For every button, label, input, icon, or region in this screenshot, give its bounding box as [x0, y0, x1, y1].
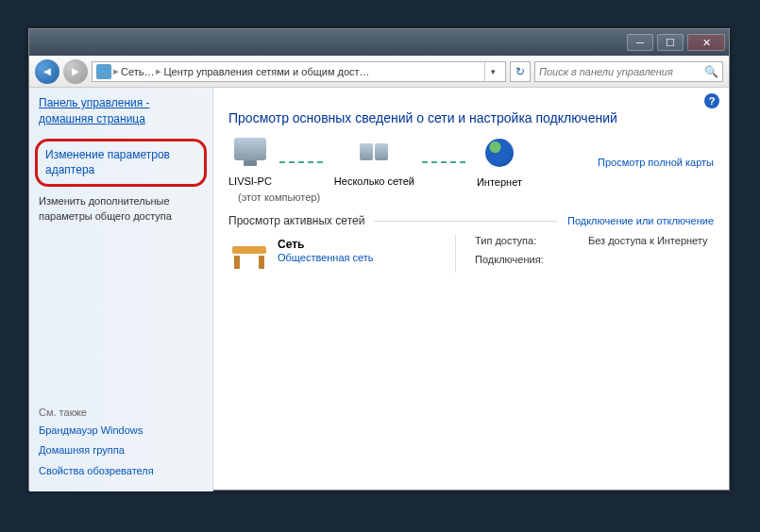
access-type-value: Без доступа к Интернету	[588, 235, 708, 246]
highlight-box: Изменение параметров адаптера	[35, 139, 207, 188]
internet-options-link[interactable]: Свойства обозревателя	[39, 464, 203, 478]
control-panel-home-link[interactable]: Панель управления - домашняя страница	[39, 95, 203, 127]
network-properties: Тип доступа: Без доступа к Интернету Под…	[455, 235, 708, 273]
network-item[interactable]: Сеть Общественная сеть	[228, 235, 446, 273]
maximize-button[interactable]: ☐	[657, 34, 684, 51]
advanced-sharing-link[interactable]: Изменить дополнительные параметры общего…	[39, 194, 203, 224]
globe-icon	[485, 139, 514, 167]
node-label: Интернет	[477, 176, 522, 188]
breadcrumb-part[interactable]: Сеть…	[121, 66, 154, 77]
refresh-button[interactable]: ↻	[510, 61, 531, 82]
help-icon[interactable]: ?	[704, 93, 719, 108]
search-icon[interactable]: 🔍	[704, 65, 718, 78]
this-computer-caption: (этот компьютер)	[238, 191, 714, 203]
back-button[interactable]: ◄	[35, 59, 59, 84]
see-also-header: См. также	[39, 407, 203, 418]
close-button[interactable]: ✕	[687, 34, 725, 51]
network-map: LIVSI-PC Несколько сетей Интернет Просмо…	[228, 137, 714, 188]
breadcrumb[interactable]: ▸ Сеть… ▸ Центр управления сетями и общи…	[92, 61, 506, 82]
body: Панель управления - домашняя страница Из…	[29, 88, 729, 491]
node-this-pc[interactable]: LIVSI-PC	[228, 138, 272, 187]
homegroup-link[interactable]: Домашняя группа	[39, 443, 203, 457]
breadcrumb-sep: ▸	[113, 65, 119, 77]
multiple-networks-icon	[354, 138, 394, 160]
change-adapter-settings-link[interactable]: Изменение параметров адаптера	[45, 147, 196, 179]
breadcrumb-dropdown[interactable]: ▾	[484, 62, 501, 81]
access-type-label: Тип доступа:	[475, 235, 560, 246]
bench-icon	[228, 241, 270, 269]
control-panel-icon	[96, 64, 111, 79]
connect-disconnect-link[interactable]: Подключение или отключение	[567, 215, 714, 226]
section-title: Просмотр активных сетей	[228, 214, 364, 227]
sidebar: Панель управления - домашняя страница Из…	[29, 88, 213, 491]
node-internet[interactable]: Интернет	[477, 137, 522, 188]
node-label: LIVSI-PC	[228, 175, 272, 187]
connector-icon	[279, 161, 327, 163]
pc-icon	[234, 138, 266, 160]
network-row: Сеть Общественная сеть Тип доступа: Без …	[228, 235, 714, 273]
firewall-link[interactable]: Брандмауэр Windows	[39, 424, 203, 438]
page-title: Просмотр основных сведений о сети и наст…	[228, 110, 714, 125]
window: ─ ☐ ✕ ◄ ► ▸ Сеть… ▸ Центр управления сет…	[28, 28, 730, 490]
node-label: Несколько сетей	[334, 175, 414, 187]
divider	[374, 221, 558, 222]
search-input[interactable]	[539, 66, 704, 77]
breadcrumb-sep: ▸	[156, 65, 161, 77]
forward-button[interactable]: ►	[63, 59, 88, 84]
content: ? Просмотр основных сведений о сети и на…	[213, 88, 729, 491]
node-multiple-networks[interactable]: Несколько сетей	[334, 138, 414, 187]
breadcrumb-part[interactable]: Центр управления сетями и общим дост…	[163, 66, 369, 77]
network-type-link[interactable]: Общественная сеть	[278, 252, 374, 263]
titlebar[interactable]: ─ ☐ ✕	[29, 29, 729, 56]
full-map-link[interactable]: Просмотр полной карты	[598, 157, 714, 168]
window-controls: ─ ☐ ✕	[627, 34, 725, 51]
search-box[interactable]: 🔍	[534, 61, 723, 82]
connections-label: Подключения:	[475, 254, 560, 265]
minimize-button[interactable]: ─	[627, 34, 653, 51]
connector-icon	[422, 161, 469, 163]
network-name: Сеть	[278, 238, 304, 251]
navbar: ◄ ► ▸ Сеть… ▸ Центр управления сетями и …	[29, 56, 729, 88]
active-networks-header: Просмотр активных сетей Подключение или …	[228, 214, 714, 227]
